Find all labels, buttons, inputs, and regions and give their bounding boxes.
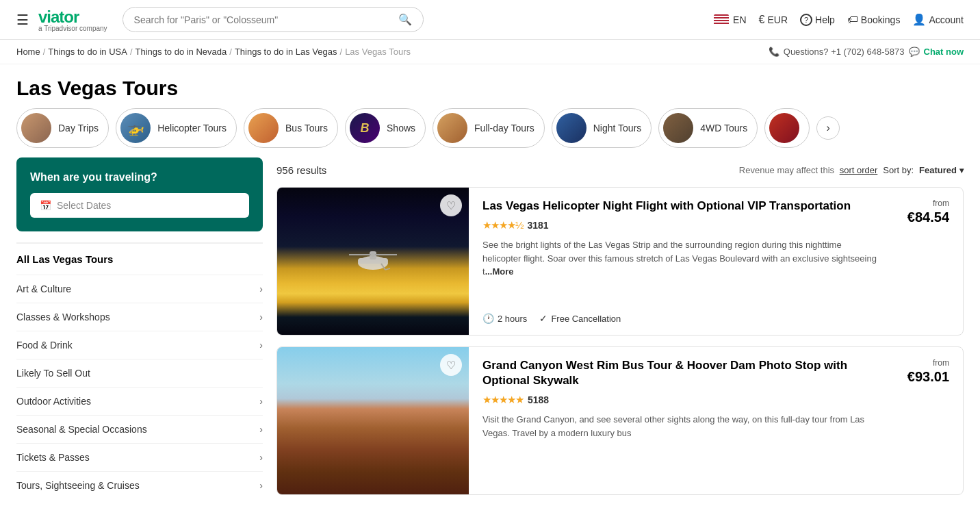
tour-2-wishlist-button[interactable]: ♡ [440, 354, 462, 376]
bookings-icon: 🏷 [847, 14, 858, 26]
sidebar-item-sightseeing[interactable]: Tours, Sightseeing & Cruises › [16, 471, 263, 499]
search-bar[interactable]: 🔍 [122, 7, 424, 32]
category-carousel: Day Trips 🚁 Helicopter Tours Bus Tours B… [0, 108, 980, 157]
breadcrumb-home[interactable]: Home [16, 47, 40, 57]
breadcrumb: Home / Things to do in USA / Things to d… [0, 40, 980, 64]
chat-now-link[interactable]: Chat now [924, 47, 964, 57]
category-label-fullday: Full-day Tours [474, 123, 534, 134]
category-img-extra [769, 113, 799, 143]
sidebar-all-tours-label: All Las Vegas Tours [16, 253, 113, 265]
tour-2-from-label: from [933, 358, 949, 368]
search-input[interactable] [134, 14, 393, 25]
tour-2-review-count: 5188 [528, 394, 549, 405]
results-area: 956 results Revenue may affect this sort… [276, 157, 964, 506]
breadcrumb-usa[interactable]: Things to do in USA [48, 47, 127, 57]
hamburger-icon[interactable]: ☰ [16, 12, 29, 28]
sidebar-item-classes-label: Classes & Workshops [16, 312, 110, 322]
tour-1-rating: ★★★★½ 3181 [482, 219, 880, 231]
svg-line-6 [385, 268, 390, 270]
sidebar-item-sightseeing-label: Tours, Sightseeing & Cruises [16, 480, 140, 491]
category-pill-day-trips[interactable]: Day Trips [16, 108, 109, 148]
breadcrumb-sep-1: / [43, 47, 46, 57]
currency-icon: € [759, 14, 765, 26]
category-pill-extra [764, 108, 810, 148]
tour-2-title[interactable]: Grand Canyon West Rim Bus Tour & Hoover … [482, 358, 880, 388]
tour-1-stars: ★★★★½ [482, 219, 524, 231]
sidebar-item-sellout[interactable]: Likely To Sell Out [16, 359, 263, 387]
page-title-area: Las Vegas Tours [0, 64, 980, 108]
tour-2-price-amount: €93.01 [907, 369, 949, 385]
sidebar-item-classes[interactable]: Classes & Workshops › [16, 303, 263, 331]
sidebar-all-tours[interactable]: All Las Vegas Tours [16, 243, 263, 275]
clock-icon: 🕐 [482, 313, 494, 324]
tour-2-description: Visit the Grand Canyon, and see several … [482, 413, 880, 483]
sidebar-item-art[interactable]: Art & Culture › [16, 275, 263, 303]
breadcrumb-right: 📞 Questions? +1 (702) 648-5873 💬 Chat no… [769, 47, 964, 57]
language-label: EN [733, 14, 746, 25]
sort-note: Revenue may affect this sort order [739, 165, 878, 175]
sidebar: When are you traveling? 📅 Select Dates A… [16, 157, 263, 506]
tour-1-title[interactable]: Las Vegas Helicopter Night Flight with O… [482, 199, 880, 214]
breadcrumb-lasvegas[interactable]: Things to do in Las Vegas [235, 47, 337, 57]
category-pill-shows[interactable]: B Shows [345, 108, 426, 148]
sidebar-item-food[interactable]: Food & Drink › [16, 331, 263, 359]
tour-card-1: ♡ Las Vegas Helicopter Night Flight with… [276, 187, 964, 336]
sidebar-item-seasonal-chevron: › [259, 424, 263, 435]
sidebar-item-tickets-label: Tickets & Passes [16, 452, 90, 463]
sort-chevron-icon: ▾ [959, 166, 964, 175]
category-pill-fullday[interactable]: Full-day Tours [433, 108, 545, 148]
tour-1-content: Las Vegas Helicopter Night Flight with O… [469, 188, 894, 335]
date-picker-label: When are you traveling? [30, 171, 249, 183]
tour-2-rating: ★★★★★ 5188 [482, 394, 880, 406]
flag-icon [714, 14, 729, 25]
category-label-shows: Shows [387, 123, 415, 134]
carousel-next-button[interactable]: › [816, 116, 840, 140]
sidebar-item-outdoor[interactable]: Outdoor Activities › [16, 387, 263, 415]
sort-order-link[interactable]: sort order [840, 165, 878, 175]
date-picker-box: When are you traveling? 📅 Select Dates [16, 157, 263, 231]
sidebar-item-tickets-chevron: › [259, 452, 263, 463]
bookings-label: Bookings [861, 14, 901, 25]
currency-selector[interactable]: € EUR [759, 14, 788, 26]
category-img-bus [248, 113, 279, 143]
category-pill-bus[interactable]: Bus Tours [244, 108, 338, 148]
date-input[interactable]: 📅 Select Dates [30, 193, 249, 218]
help-link[interactable]: ? Help [800, 14, 835, 26]
category-pill-4wd[interactable]: 4WD Tours [658, 108, 758, 148]
phone-label: Questions? +1 (702) 648-5873 [784, 47, 905, 57]
sidebar-item-tickets[interactable]: Tickets & Passes › [16, 443, 263, 471]
tour-1-more-link[interactable]: ...More [485, 266, 514, 277]
category-img-day-trips [21, 113, 51, 143]
tour-2-image [277, 347, 469, 494]
language-selector[interactable]: EN [714, 14, 746, 25]
category-img-night [556, 113, 586, 143]
breadcrumb-nav: Home / Things to do in USA / Things to d… [16, 47, 411, 57]
account-label: Account [929, 14, 964, 25]
tour-1-price-amount: €84.54 [907, 210, 949, 225]
tour-2-price: from €93.01 [894, 347, 963, 494]
search-icon[interactable]: 🔍 [398, 13, 412, 26]
sidebar-item-seasonal[interactable]: Seasonal & Special Occasions › [16, 415, 263, 443]
logo[interactable]: viator a Tripadvisor company [38, 8, 107, 32]
category-pill-night[interactable]: Night Tours [552, 108, 652, 148]
page-title: Las Vegas Tours [16, 77, 964, 100]
date-placeholder: Select Dates [57, 200, 111, 211]
category-pill-helicopter[interactable]: 🚁 Helicopter Tours [116, 108, 237, 148]
account-link[interactable]: 👤 Account [912, 13, 964, 26]
category-img-helicopter: 🚁 [120, 113, 151, 143]
tour-1-wishlist-button[interactable]: ♡ [440, 194, 462, 216]
category-label-bus: Bus Tours [285, 123, 328, 134]
tour-1-from-label: from [933, 199, 949, 208]
breadcrumb-nevada[interactable]: Things to do in Nevada [136, 47, 227, 57]
sidebar-item-sellout-label: Likely To Sell Out [16, 368, 90, 379]
sidebar-item-art-label: Art & Culture [16, 283, 71, 294]
sort-dropdown[interactable]: Featured ▾ [919, 165, 964, 175]
breadcrumb-sep-3: / [229, 47, 232, 57]
phone-icon: 📞 [769, 47, 779, 57]
category-img-fullday [437, 113, 467, 143]
tour-1-description: See the bright lights of the Las Vegas S… [482, 238, 880, 305]
svg-point-4 [371, 253, 375, 257]
category-label-4wd: 4WD Tours [700, 123, 747, 134]
bookings-link[interactable]: 🏷 Bookings [847, 14, 901, 26]
sidebar-item-outdoor-label: Outdoor Activities [16, 396, 91, 407]
